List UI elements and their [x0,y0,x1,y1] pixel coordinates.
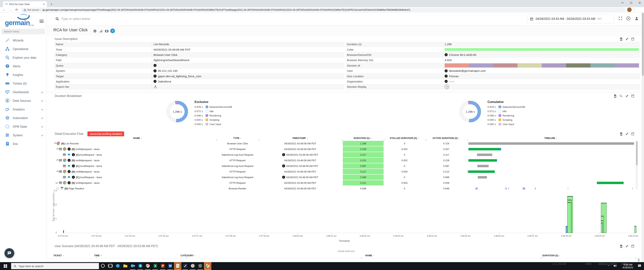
info-icon[interactable]: i [154,64,156,67]
row-menu-icon[interactable] [59,159,62,162]
caret-down-icon[interactable] [56,181,58,184]
column-header-name[interactable]: NAME▲▼ [133,137,142,140]
row-menu-icon[interactable] [56,188,59,189]
column-header-timestamp[interactable]: TIMESTAMP▲▼ [292,137,308,140]
info-icon[interactable]: i [154,75,156,78]
flow-row[interactable]: i[B] xmlhttprequest - /auraHTTP:Request0… [46,180,638,186]
taskbar-app-word[interactable]: W [166,262,174,270]
export-csv-icon[interactable] [614,94,617,99]
info-icon[interactable]: i [444,69,448,72]
taskbar-app-notepadpp[interactable] [174,262,182,270]
zoom-icon[interactable] [619,94,623,99]
show-earlier-link[interactable]: SHOW EARLIER [338,250,354,252]
flow-row[interactable]: [B] Page RendersBrowser:Render04/26/2021… [46,186,638,191]
column-header-stalled-duration-s[interactable]: STALLED DURATION (S)▲▼ [390,137,419,140]
window-minimize-button[interactable] [618,0,627,6]
info-icon[interactable]: i [72,165,75,168]
sidebar-item-operational[interactable]: Operational [0,45,46,53]
flow-row[interactable]: i[B] xmlhttprequest - /auraHTTP:Request0… [46,169,638,174]
browser-profile-avatar[interactable] [627,8,632,12]
notification-icon[interactable] [638,264,642,268]
info-icon[interactable]: i [282,153,285,156]
sidebar-item-explore-your-data[interactable]: Explore your data [0,53,46,62]
browser-tab[interactable]: RCA for User Click ✕ [3,1,47,7]
not-secure-warning[interactable]: Not secure [24,9,39,11]
page-scrollbar[interactable] [642,13,644,262]
url-bar[interactable]: Not secure qa.germainapm.com/germainapm/… [21,8,626,12]
tab-close-icon[interactable]: ✕ [43,3,45,6]
row-menu-icon[interactable] [59,182,62,184]
sidebar-item-insights[interactable]: Insights [0,71,46,79]
sidebar-item-system[interactable]: System [0,131,46,140]
sidebar-item-tickets-0[interactable]: Tickets (0) [0,79,46,88]
window-maximize-button[interactable] [627,0,636,6]
taskbar-app-chrome-2[interactable] [204,262,211,270]
taskbar-app-folder[interactable] [122,262,129,270]
user-avatar-icon[interactable] [634,16,639,21]
info-icon[interactable]: i [282,165,285,168]
window-close-button[interactable]: ✕ [636,0,644,6]
column-header-active-duration-s[interactable]: ACTIVE DURATION (S)▲▼ [432,137,460,140]
info-icon[interactable]: i [444,75,448,78]
caret-up-icon[interactable] [56,170,59,173]
taskbar-app-ppt[interactable]: P [159,262,166,270]
info-icon[interactable]: i [68,170,70,173]
column-resize-handle[interactable]: // [635,257,637,259]
sidebar-item-alerts[interactable]: Alerts [0,62,46,71]
edit-pencil-icon[interactable] [625,132,629,137]
sidebar-hamburger-icon[interactable] [40,20,44,23]
screenshot-icon[interactable] [105,29,109,34]
page-scrollbar-thumb[interactable] [642,13,644,76]
column-header-type[interactable]: TYPE▲▼ [233,137,242,140]
refresh-icon[interactable]: ⟳ [14,7,19,12]
export-csv-icon[interactable] [620,132,623,137]
column-header-timeline[interactable]: TIMELINE▲▼ [544,137,557,140]
edit-pencil-icon[interactable] [625,94,629,99]
window-icon[interactable] [631,132,634,137]
taskbar-app-settings[interactable] [196,262,204,270]
info-icon[interactable]: i [444,53,448,56]
flow-scrollbar-thumb[interactable] [636,141,638,165]
taskbar-app-pentool[interactable] [182,262,189,270]
taskbar-app-chrome[interactable] [144,262,152,270]
sidebar-item-wizards[interactable]: Wizards [0,36,46,45]
chat-bubble-button[interactable] [4,248,14,258]
add-button[interactable]: + [110,29,115,33]
info-icon[interactable]: i [72,176,75,179]
sidebar-item-apm-state[interactable]: APM State [0,122,46,131]
sidebar-item-analytics[interactable]: Analytics [0,105,46,114]
session-replay-play-icon[interactable] [444,85,449,89]
taskbar-app-excel[interactable]: X [152,262,159,270]
back-icon[interactable]: ← [2,7,6,12]
export-csv-icon[interactable] [620,244,623,249]
caret-up-icon[interactable] [54,142,56,145]
sidebar-search-input[interactable] [2,29,45,34]
sidebar-item-automation[interactable]: Automation [0,114,46,122]
taskbar-search[interactable]: Type here to search [11,263,99,269]
sidebar-item-data-sources[interactable]: Data Sources [0,97,46,105]
taskbar-app-paintapp[interactable] [189,262,196,270]
taskbar-app-taskview[interactable] [106,262,114,270]
flow-row[interactable]: i[C] AuraRequest - /auraSalesforce:Log A… [46,163,638,169]
download-icon[interactable] [154,85,157,89]
row-menu-icon[interactable] [63,154,66,156]
column-resize-handle[interactable]: // [96,257,98,259]
window-icon[interactable] [631,94,634,99]
taskbar-app-outlook[interactable] [129,262,136,270]
row-menu-icon[interactable] [59,170,62,173]
column-header-category[interactable]: CATEGORY▲▼ [181,254,196,257]
forward-icon[interactable]: → [8,7,13,12]
print-icon[interactable] [93,29,97,34]
sidebar-item-doc[interactable]: Doc [0,140,46,148]
taskbar-app-cortana[interactable] [99,262,106,270]
row-menu-icon[interactable] [63,176,66,178]
play-circle-icon[interactable] [626,16,630,21]
flow-row[interactable]: i[B] xmlhttprequest - /auraHTTP:Request0… [46,146,638,152]
column-resize-handle[interactable]: // [360,257,362,259]
taskbar-app-edge[interactable] [114,262,122,270]
info-icon[interactable]: i [72,153,75,156]
row-menu-icon[interactable] [63,165,66,167]
browser-menu-icon[interactable]: ⋮ [633,8,636,12]
germain-logo[interactable]: germain APM [0,13,46,29]
column-header-name[interactable]: NAME▲▼ [365,254,374,257]
